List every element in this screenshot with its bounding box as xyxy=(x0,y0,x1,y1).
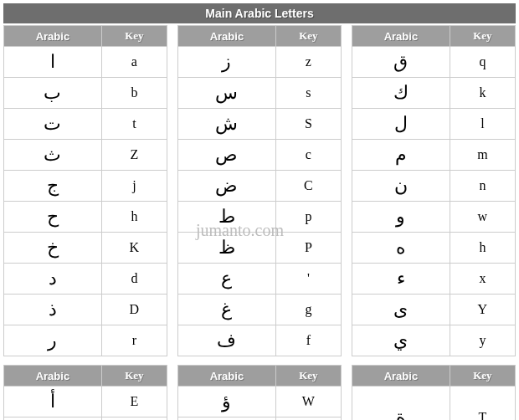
key-value: y xyxy=(450,325,515,356)
table-row: ثZ xyxy=(4,140,167,171)
key-value: t xyxy=(101,109,167,140)
table-row: غg xyxy=(178,295,342,325)
table-row: نn xyxy=(352,171,516,202)
key-value: q xyxy=(450,47,515,78)
arabic-letter: س xyxy=(178,78,276,109)
key-value: Y xyxy=(450,295,515,325)
table-row: ذD xyxy=(4,295,167,325)
header-arabic: Arabic xyxy=(352,366,450,387)
table-row: شS xyxy=(178,109,342,140)
table-row: طp xyxy=(178,202,342,233)
key-value: k xyxy=(450,78,515,109)
arabic-letter: ض xyxy=(178,171,276,202)
key-value: ' xyxy=(275,264,341,295)
key-value: s xyxy=(275,78,341,109)
key-value: n xyxy=(450,171,515,202)
key-value: f xyxy=(275,325,341,356)
key-value: g xyxy=(275,295,341,325)
arabic-letter: ذ xyxy=(4,295,102,325)
arabic-letter: ى xyxy=(352,295,450,325)
header-key: Key xyxy=(101,26,167,47)
table-row: مm xyxy=(352,140,516,171)
table-row: إI xyxy=(4,417,167,421)
arabic-letter: خ xyxy=(4,233,102,264)
key-value: m xyxy=(450,140,515,171)
key-value: b xyxy=(101,78,167,109)
key-value: h xyxy=(450,233,515,264)
table-row: دd xyxy=(4,264,167,295)
table-row: سs xyxy=(178,78,342,109)
table-row: لl xyxy=(352,109,516,140)
key-value: O xyxy=(275,417,341,421)
table-row: خK xyxy=(4,233,167,264)
arabic-letter: ب xyxy=(4,78,102,109)
key-value: j xyxy=(101,171,167,202)
table-row: صc xyxy=(178,140,342,171)
table-row: زz xyxy=(178,47,342,78)
arabic-letter: ش xyxy=(178,109,276,140)
arabic-letter: ز xyxy=(178,47,276,78)
header-key: Key xyxy=(275,366,341,387)
key-value: h xyxy=(101,202,167,233)
letter-table-extra-2: ArabicKeyةT xyxy=(352,365,516,420)
letter-table-main-0: ArabicKeyاaبbتtثZجjحhخKدdذDرr xyxy=(3,25,167,356)
header-key: Key xyxy=(450,366,515,387)
key-value: a xyxy=(101,47,167,78)
arabic-letter: م xyxy=(352,140,450,171)
key-value: T xyxy=(450,387,515,421)
arabic-letter: ئ xyxy=(178,417,276,421)
letter-table-extra-0: ArabicKeyأEإI xyxy=(3,365,167,420)
table-row: يy xyxy=(352,325,516,356)
arabic-letter: ف xyxy=(178,325,276,356)
arabic-letter: إ xyxy=(4,417,102,421)
arabic-letter: ع xyxy=(178,264,276,295)
key-value: c xyxy=(275,140,341,171)
header-arabic: Arabic xyxy=(352,26,450,47)
arabic-letter: ج xyxy=(4,171,102,202)
arabic-letter: ء xyxy=(352,264,450,295)
table-row: ةT xyxy=(352,387,516,421)
key-value: w xyxy=(450,202,515,233)
page-title: Main Arabic Letters xyxy=(3,3,516,23)
letter-table-main-2: ArabicKeyقqكkلlمmنnوwهhءxىYيy xyxy=(352,25,516,356)
arabic-letter: ص xyxy=(178,140,276,171)
header-key: Key xyxy=(101,366,167,387)
header-arabic: Arabic xyxy=(4,26,102,47)
arabic-letter: ط xyxy=(178,202,276,233)
arabic-letter: ق xyxy=(352,47,450,78)
main-tables-row: ArabicKeyاaبbتtثZجjحhخKدdذDرrArabicKeyزz… xyxy=(3,25,516,356)
table-row: ىY xyxy=(352,295,516,325)
table-row: كk xyxy=(352,78,516,109)
arabic-letter: ل xyxy=(352,109,450,140)
key-value: Z xyxy=(101,140,167,171)
key-value: P xyxy=(275,233,341,264)
table-row: رr xyxy=(4,325,167,356)
arabic-letter: ة xyxy=(352,387,450,421)
arabic-letter: ن xyxy=(352,171,450,202)
table-row: ئO xyxy=(178,417,342,421)
table-row: وw xyxy=(352,202,516,233)
table-row: ظP xyxy=(178,233,342,264)
header-key: Key xyxy=(275,26,341,47)
arabic-letter: ا xyxy=(4,47,102,78)
key-value: x xyxy=(450,264,515,295)
key-value: l xyxy=(450,109,515,140)
table-row: قq xyxy=(352,47,516,78)
header-arabic: Arabic xyxy=(178,366,276,387)
table-row: ضC xyxy=(178,171,342,202)
arabic-letter: ر xyxy=(4,325,102,356)
arabic-letter: غ xyxy=(178,295,276,325)
letter-table-extra-1: ArabicKeyؤWئO xyxy=(177,365,342,420)
arabic-letter: ي xyxy=(352,325,450,356)
table-row: جj xyxy=(4,171,167,202)
key-value: d xyxy=(101,264,167,295)
arabic-letter: ح xyxy=(4,202,102,233)
header-arabic: Arabic xyxy=(4,366,102,387)
header-key: Key xyxy=(450,26,515,47)
table-row: أE xyxy=(4,387,167,417)
table-row: ءx xyxy=(352,264,516,295)
key-value: K xyxy=(101,233,167,264)
key-value: C xyxy=(275,171,341,202)
table-row: ع' xyxy=(178,264,342,295)
arabic-letter: ت xyxy=(4,109,102,140)
